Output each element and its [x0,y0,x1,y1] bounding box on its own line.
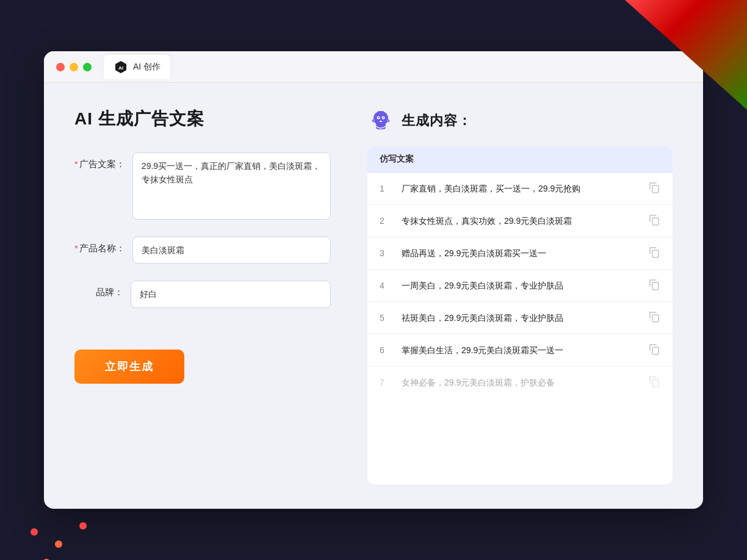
bot-icon [367,107,394,134]
result-item: 7女神必备，29.9元美白淡斑霜，护肤必备 [367,367,673,398]
svg-rect-18 [652,282,659,290]
result-item: 6掌握美白生活，29.9元美白淡斑霜买一送一 [367,334,673,367]
result-text: 掌握美白生活，29.9元美白淡斑霜买一送一 [402,344,638,357]
ad-copy-group: *广告文案： 29.9买一送一，真正的厂家直销，美白淡斑霜，专抹女性斑点 [74,153,331,220]
svg-point-12 [381,111,384,113]
result-text: 一周美白，29.9元美白淡斑霜，专业护肤品 [402,279,638,292]
result-text: 厂家直销，美白淡斑霜，买一送一，29.9元抢购 [402,182,638,195]
ai-logo-icon: AI [114,60,128,74]
maximize-button[interactable] [83,63,92,71]
ad-copy-label: *广告文案： [74,153,125,170]
titlebar: AI AI 创作 [44,51,703,83]
result-item: 3赠品再送，29.9元美白淡斑霜买一送一 [367,237,673,270]
result-text: 祛斑美白，29.9元美白淡斑霜，专业护肤品 [402,312,638,325]
svg-rect-17 [652,250,659,257]
left-panel: AI 生成广告文案 *广告文案： 29.9买一送一，真正的厂家直销，美白淡斑霜，… [74,107,331,484]
result-number: 5 [380,313,392,323]
svg-rect-16 [652,218,659,225]
generate-button[interactable]: 立即生成 [74,350,184,384]
product-name-label: *产品名称： [74,237,125,254]
svg-point-13 [372,120,375,123]
right-header: 生成内容： [367,107,673,134]
ai-tab[interactable]: AI AI 创作 [104,55,170,79]
svg-rect-15 [652,185,659,193]
results-header: 仿写文案 [367,146,673,173]
page-title: AI 生成广告文案 [74,107,331,131]
result-number: 7 [380,378,392,387]
product-name-input[interactable] [132,237,331,264]
required-star-2: * [74,243,78,253]
close-button[interactable] [56,63,65,71]
main-content: AI 生成广告文案 *广告文案： 29.9买一送一，真正的厂家直销，美白淡斑霜，… [44,83,703,509]
result-number: 4 [380,281,392,290]
results-container: 仿写文案 1厂家直销，美白淡斑霜，买一送一，29.9元抢购 2专抹女性斑点，真实… [367,146,673,484]
result-number: 3 [380,248,392,258]
svg-rect-19 [652,315,659,322]
tab-label: AI 创作 [133,62,161,73]
right-panel-title: 生成内容： [402,112,472,130]
svg-point-10 [378,111,380,113]
brand-input[interactable] [131,281,331,307]
svg-rect-20 [652,347,659,354]
svg-point-14 [387,120,390,123]
result-item: 1厂家直销，美白淡斑霜，买一送一，29.9元抢购 [367,173,673,205]
product-name-group: *产品名称： [74,237,331,264]
copy-button[interactable] [648,311,660,325]
brand-group: 品牌： [74,281,331,307]
copy-button[interactable] [648,375,660,390]
copy-button[interactable] [648,181,660,196]
minimize-button[interactable] [70,63,78,71]
svg-point-6 [378,117,379,118]
copy-button[interactable] [648,246,660,260]
svg-rect-8 [380,121,382,122]
results-list: 1厂家直销，美白淡斑霜，买一送一，29.9元抢购 2专抹女性斑点，真实功效，29… [367,173,673,484]
result-number: 6 [380,345,392,355]
right-panel: 生成内容： 仿写文案 1厂家直销，美白淡斑霜，买一送一，29.9元抢购 2专抹女… [367,107,673,484]
ad-copy-input[interactable]: 29.9买一送一，真正的厂家直销，美白淡斑霜，专抹女性斑点 [132,153,331,220]
required-star-1: * [74,159,78,169]
svg-rect-21 [652,379,659,387]
svg-text:AI: AI [118,65,123,71]
result-number: 1 [380,184,392,193]
result-number: 2 [380,216,392,226]
copy-button[interactable] [648,343,660,357]
traffic-lights [56,63,92,71]
copy-button[interactable] [648,214,660,228]
copy-button[interactable] [648,278,660,293]
brand-label: 品牌： [74,281,123,298]
result-text: 女神必备，29.9元美白淡斑霜，护肤必备 [402,376,638,389]
svg-point-7 [383,117,384,118]
result-item: 4一周美白，29.9元美白淡斑霜，专业护肤品 [367,270,673,302]
app-window: AI AI 创作 AI 生成广告文案 *广告文案： 29.9买一送一，真正的厂家… [44,51,703,509]
result-text: 专抹女性斑点，真实功效，29.9元美白淡斑霜 [402,215,638,228]
result-item: 2专抹女性斑点，真实功效，29.9元美白淡斑霜 [367,205,673,237]
result-text: 赠品再送，29.9元美白淡斑霜买一送一 [402,247,638,260]
result-item: 5祛斑美白，29.9元美白淡斑霜，专业护肤品 [367,302,673,334]
